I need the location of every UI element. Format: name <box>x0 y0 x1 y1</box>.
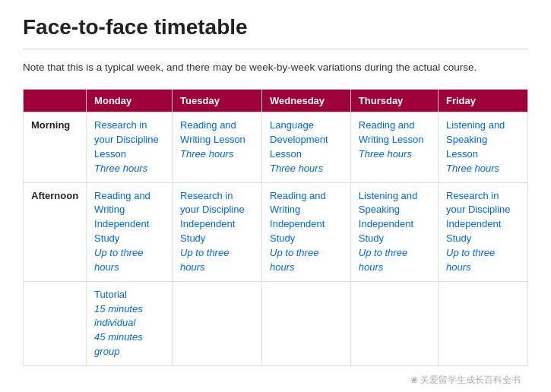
table-cell: Tutorial15 minutes individual45 minutes … <box>87 281 173 365</box>
watermark: ❀ 关爱留学生成长百科全书 <box>23 374 528 387</box>
cell-italic-text: Up to three hours <box>270 247 318 273</box>
header-thursday: Thursday <box>350 90 438 112</box>
table-cell: Listening and Speaking LessonThree hours <box>439 112 528 182</box>
header-tuesday: Tuesday <box>173 90 262 112</box>
table-cell <box>262 281 351 365</box>
page-title: Face-to-face timetable <box>23 15 528 40</box>
table-cell <box>173 281 262 365</box>
cell-main-text: Reading and Writing Lesson <box>359 119 424 145</box>
table-cell: Research in your Discipline LessonThree … <box>87 112 173 182</box>
cell-main-text: Reading and Writing Independent Study <box>94 190 150 245</box>
cell-italic-text: Three hours <box>359 148 412 160</box>
cell-italic-text: Three hours <box>446 163 499 174</box>
table-cell: Reading and Writing Independent StudyUp … <box>262 182 351 281</box>
cell-italic-text: Up to three hours <box>94 247 143 273</box>
table-row: MorningResearch in your Discipline Lesso… <box>24 112 528 182</box>
cell-italic-text: Three hours <box>94 163 147 174</box>
intro-text: Note that this is a typical week, and th… <box>23 60 528 75</box>
table-row: Tutorial15 minutes individual45 minutes … <box>24 281 528 365</box>
table-cell: Reading and Writing Independent StudyUp … <box>87 182 173 281</box>
header-friday: Friday <box>439 90 528 112</box>
header-monday: Monday <box>87 90 173 112</box>
row-label <box>24 281 87 365</box>
cell-main-text: Reading and Writing Independent Study <box>270 190 326 245</box>
cell-main-text: Tutorial <box>94 289 127 300</box>
cell-main-text: Reading and Writing Lesson <box>180 119 245 145</box>
table-cell: Reading and Writing LessonThree hours <box>350 112 438 182</box>
cell-italic-text: Three hours <box>180 148 233 160</box>
cell-italic-text: Up to three hours <box>359 247 407 273</box>
cell-main-text: Listening and Speaking Independent Study <box>359 190 417 245</box>
timetable: Monday Tuesday Wednesday Thursday Friday… <box>23 89 528 366</box>
cell-main-text: Language Development Lesson <box>270 119 328 160</box>
table-cell: Research in your Discipline Independent … <box>173 182 262 281</box>
table-cell <box>439 281 528 365</box>
cell-main-text: Listening and Speaking Lesson <box>446 119 505 160</box>
table-cell: Research in your Discipline Independent … <box>439 182 528 281</box>
row-label: Afternoon <box>24 182 87 281</box>
table-cell: Language Development LessonThree hours <box>262 112 351 182</box>
table-cell: Reading and Writing LessonThree hours <box>173 112 262 182</box>
table-cell: Listening and Speaking Independent Study… <box>350 182 438 281</box>
table-header-row: Monday Tuesday Wednesday Thursday Friday <box>24 90 528 112</box>
table-cell <box>350 281 438 365</box>
cell-main-text: Research in your Discipline Independent … <box>446 190 511 245</box>
divider <box>23 49 528 49</box>
cell-main-text: Research in your Discipline Lesson <box>94 119 159 160</box>
header-empty <box>24 90 87 112</box>
cell-italic-text: Up to three hours <box>446 247 495 273</box>
header-wednesday: Wednesday <box>262 90 351 112</box>
row-label: Morning <box>24 112 87 182</box>
cell-italic-text: Up to three hours <box>180 247 229 273</box>
cell-italic-text: Three hours <box>270 163 323 174</box>
cell-italic-text: 15 minutes individual45 minutes group <box>94 303 143 358</box>
cell-main-text: Research in your Discipline Independent … <box>180 190 245 245</box>
table-row: AfternoonReading and Writing Independent… <box>24 182 528 281</box>
